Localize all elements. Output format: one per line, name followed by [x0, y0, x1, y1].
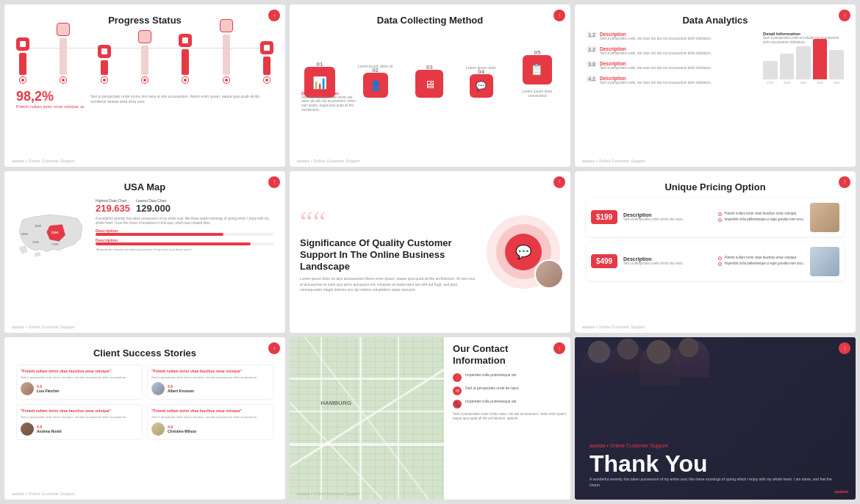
- price-title-1: Description: [623, 212, 712, 217]
- usa-prog-bar-bg-1: [96, 233, 273, 236]
- analytics-desc-4: Sed ut perspiciatis unde, nisi ratus nis…: [600, 81, 712, 85]
- price-dot-2: [718, 218, 722, 222]
- usa-highest-val: 219.635: [96, 203, 130, 214]
- slide-usa-map: ↑ USA Map 389K 406K 219K 129: [4, 171, 285, 334]
- pt-dot-6: [223, 77, 229, 83]
- ty-title: Thank You: [590, 451, 841, 477]
- pt-bar-7: [263, 57, 270, 75]
- slide-3-footer: aadata • Online Customer Support: [582, 159, 645, 163]
- price-desc-2: Sed ut perspiciatis unde omnis nisi ratu…: [623, 262, 712, 266]
- slide-badge-3: ↑: [839, 10, 850, 21]
- pt-dot-1: [20, 77, 26, 83]
- analytics-item-1: 1.2 Description Sed ut perspiciatis unde…: [587, 32, 757, 41]
- bar-chart: 2022 2023 2024 2025: [763, 48, 844, 84]
- slide-contact: ↑ HAMBURG: [290, 337, 570, 500]
- bar-rect-2: [780, 54, 795, 79]
- contact-item-1: 📍 Imperdiet nulla pulentesque ets: [453, 372, 570, 382]
- map-city-label: HAMBURG: [320, 399, 351, 406]
- usa-prog-item-1: Description: [96, 228, 273, 236]
- analytics-num-4: 4.2: [587, 76, 597, 82]
- price-dot-3: [718, 256, 722, 260]
- map-roads-svg: [290, 337, 444, 500]
- price-info-1: Description Sed ut perspiciatis unde omn…: [623, 212, 712, 222]
- usa-prog-bar-fill-1: [96, 233, 223, 236]
- dcm-box-5: 05 📋: [523, 55, 552, 84]
- dcm-step-2: Lorem ipsum dolor sit 02 👤: [358, 64, 393, 98]
- ty-brand: aadata: [834, 489, 848, 494]
- bar-col-4: 2025: [813, 39, 828, 84]
- price-features-2: Potenti nullam tortor vitae faucibus oma…: [718, 256, 804, 267]
- dcm-step-3: 03 🖥: [415, 70, 443, 98]
- price-feat-2-2: Imperdiet nulla pellentesque ut eget gra…: [718, 262, 804, 266]
- pt-dot-5: [182, 77, 188, 83]
- pt-bar-2: [60, 38, 67, 75]
- contact-desc: Sed ut perspiciatis unde omnis ratus, ni…: [453, 412, 570, 422]
- price-photo-1: [810, 203, 839, 232]
- pt-bubble-7: [260, 41, 273, 54]
- bar-rect-3: [796, 46, 811, 79]
- analytics-chart: Detail Information Sed ut perspiciatis u…: [763, 32, 844, 90]
- client-quote-2: "Potenti nullam tortor vitae faucibus om…: [151, 369, 269, 374]
- dcm-num-1: 01: [317, 61, 323, 68]
- stat-row: 98,2% Potenti nullam tortor ornar volutp…: [16, 89, 273, 109]
- price-dot-4: [718, 262, 722, 266]
- client-quote-1: "Potenti nullam tortor vitae faucibus om…: [21, 369, 138, 374]
- pt-item-3: [98, 45, 111, 83]
- pt-bubble-5: [179, 34, 192, 47]
- contact-info-area: Our ContactInformation 📍 Imperdiet nulla…: [444, 337, 570, 500]
- client-quote-4: "Potenti nullam tortor vitae faucibus om…: [151, 408, 269, 414]
- contact-text-3: Imperdiet nulla pulentesque ets: [465, 399, 517, 404]
- client-avatar-3: [21, 422, 34, 436]
- q-photo: [534, 259, 564, 289]
- analytics-title-3: Description: [600, 61, 712, 66]
- analytics-desc-3: Sed ut perspiciatis unde, nisi ratus nis…: [600, 66, 712, 71]
- q-chat-icon: 💬: [515, 244, 531, 260]
- pt-bar-1: [19, 53, 26, 75]
- pt-dot-7: [264, 77, 270, 83]
- dcm-num-4: 04: [478, 68, 484, 75]
- dcm-num-3: 03: [426, 64, 433, 71]
- client-card-4: "Potenti nullam tortor vitae faucibus om…: [147, 404, 273, 439]
- slide-badge-4: ↑: [268, 176, 280, 188]
- quote-slide-inner: ““ Significance Of Quality Customer Supp…: [290, 171, 570, 334]
- slide-2-title: Data Collecting Method: [301, 15, 559, 26]
- q-circle-inner: 💬: [505, 234, 542, 270]
- usa-map-svg: 389K 406K 219K 129K 120K: [16, 198, 90, 272]
- bar-col-3: 2024: [796, 46, 811, 84]
- stat-block: 98,2% Potenti nullam tortor ornar volutp…: [16, 89, 85, 109]
- pt-item-4: [138, 30, 151, 83]
- analytics-desc-2: Sed ut perspiciatis unde, nisi ratus nis…: [600, 51, 712, 56]
- slide-1-footer: aadata • Online Customer Support: [12, 159, 75, 163]
- svg-text:406K: 406K: [21, 232, 29, 236]
- analytics-item-3: 3.8 Description Sed ut perspiciatis unde…: [587, 61, 757, 71]
- contact-text-2: Sed ut perspiciatis unde ita ratus: [465, 386, 519, 391]
- client-card-2: "Potenti nullam tortor vitae faucibus om…: [147, 364, 273, 400]
- client-footer-3: 4.9 Andrew Roehl: [21, 422, 138, 436]
- slide-badge-1: ↑: [268, 10, 280, 21]
- pt-item-6: [220, 19, 233, 83]
- slide-4-footer: aadata • Online Customer Support: [12, 325, 75, 329]
- slide-6-footer: aadata • Online Customer Support: [582, 325, 645, 329]
- usa-highest-label: Highest Data Chart: [96, 198, 130, 203]
- analytics-title-4: Description: [600, 76, 712, 81]
- contact-item-2: ✉ Sed ut perspiciatis unde ita ratus: [453, 386, 570, 395]
- usa-layout: 389K 406K 219K 129K 120K Highest Data Ch…: [16, 198, 273, 272]
- price-desc-1: Sed ut perspiciatis unde omnis nisi ratu…: [623, 217, 712, 222]
- client-name-1: Lisa Fletcher: [37, 389, 60, 393]
- pt-dot-3: [101, 77, 107, 83]
- client-card-1: "Potenti nullam tortor vitae faucibus om…: [16, 364, 143, 400]
- slide-2-footer: aadata • Online Customer Support: [297, 159, 360, 163]
- analytics-layout: 1.2 Description Sed ut perspiciatis unde…: [587, 32, 844, 90]
- pt-dot-4: [142, 77, 148, 83]
- client-avatar-2: [151, 382, 165, 395]
- pricing-item-1: $199 Description Sed ut perspiciatis und…: [587, 198, 844, 237]
- pricing-item-2: $499 Description Sed ut perspiciatis und…: [587, 242, 844, 281]
- price-features-1: Potenti nullam tortor vitae faucibus oma…: [718, 212, 804, 223]
- analytics-item-4: 4.2 Description Sed ut perspiciatis unde…: [587, 76, 757, 85]
- slide-4-title: USA Map: [16, 181, 273, 192]
- quote-circle-area: 💬: [487, 215, 560, 289]
- slide-progress-status: ↑ Progress Status: [4, 4, 285, 167]
- analytics-desc-1: Sed ut perspiciatis unde, nisi ratus nis…: [600, 37, 712, 41]
- svg-text:389K: 389K: [35, 224, 42, 228]
- client-text-2: Sed ut perspiciatis unde omnis nisi ratu…: [151, 375, 269, 380]
